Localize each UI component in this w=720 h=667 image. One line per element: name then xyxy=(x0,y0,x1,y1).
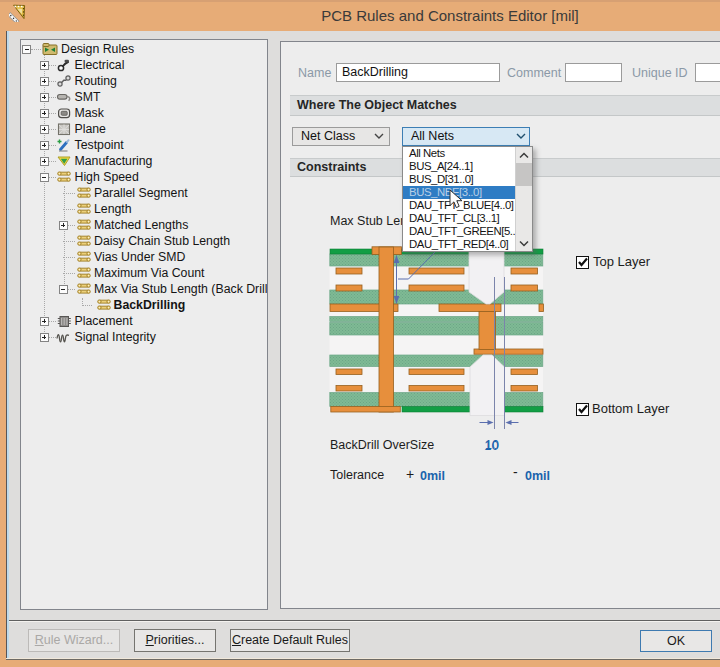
svg-text:10: 10 xyxy=(484,438,498,453)
